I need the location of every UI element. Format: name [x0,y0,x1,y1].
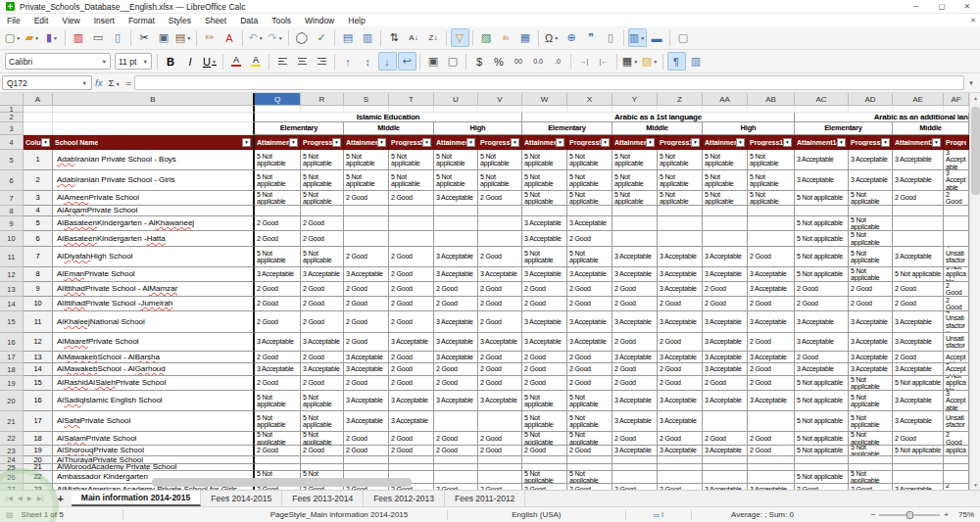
align-top-icon[interactable]: ↑ [339,52,358,71]
rating-cell[interactable]: 5 Not applicable [849,191,893,206]
sort-ascending-icon[interactable]: A↓ [405,28,423,47]
rating-cell[interactable]: 3 Acceptable [658,247,703,267]
rating-cell[interactable]: 5 Not applicable [748,150,795,170]
rating-cell[interactable]: 2 Good [567,484,612,490]
formula-input[interactable] [134,75,964,90]
rating-cell[interactable]: 2 Good [748,376,795,391]
rating-cell[interactable]: 5 Not applicable [478,150,522,170]
rating-cell[interactable]: 5 Not applicable [434,150,478,170]
rating-cell[interactable]: 2 Good [567,363,612,376]
rating-cell[interactable]: 3 Acceptable [658,411,703,432]
school-number-cell[interactable]: 12 [24,333,53,352]
rating-cell[interactable] [389,231,434,247]
language-label[interactable]: English (USA) [512,510,561,519]
school-name-cell[interactable]: Al Arqam Private School [53,206,255,216]
school-number-cell[interactable]: 14 [24,363,53,376]
rating-cell[interactable]: 3 Acceptable [748,311,795,333]
menu-item-sheet[interactable]: Sheet [198,14,233,26]
cell-AE1[interactable] [893,106,944,113]
rating-cell[interactable]: 5 Not applicable [703,150,748,170]
menu-item-format[interactable]: Format [122,14,162,26]
rating-cell[interactable]: 3 Acceptable [795,363,849,376]
school-name-cell[interactable]: Al Diyafah High School [53,247,255,267]
cell-AA1[interactable] [703,106,748,113]
rating-cell[interactable]: 2 Good [567,282,612,297]
rating-cell[interactable]: 5 Not applicable [795,391,849,411]
rating-cell[interactable]: 2 Good [748,333,795,352]
rating-cell[interactable]: 2 Good [478,432,522,446]
rating-cell[interactable] [434,411,478,432]
rating-cell[interactable]: 3 Acceptable [893,363,944,376]
rating-cell[interactable]: 5 Not applicable [849,391,893,411]
rating-cell[interactable]: 5 Not applicable [301,150,344,170]
school-number-cell[interactable]: 22 [24,471,53,484]
school-number-cell[interactable]: 19 [24,446,53,456]
rating-cell[interactable]: 5 Not applicable [612,170,658,191]
zoom-out-icon[interactable]: − [871,510,876,519]
filter-header-X[interactable]: Progress9▼ [567,135,612,150]
rating-cell[interactable] [748,206,795,216]
number-format-icon[interactable]: 00 [510,52,528,71]
menu-item-styles[interactable]: Styles [162,14,198,26]
rating-cell[interactable]: 2 Good [612,432,658,446]
cell-X1[interactable] [567,106,612,113]
rating-cell[interactable]: 5 Not applicable [522,191,567,206]
rating-cell[interactable]: 2 Good [748,297,795,311]
redo-icon[interactable]: ↷▼ [267,28,285,47]
column-header-Q[interactable]: Q [255,93,301,106]
rating-cell[interactable] [658,216,703,231]
rating-cell[interactable]: 2 Good [849,282,893,297]
rating-cell[interactable]: 3 Acceptable [703,247,748,267]
sheet-tab-fees-2011-2012[interactable]: Fees 2011-2012 [445,491,525,506]
rating-cell[interactable]: 2 Good [849,297,893,311]
column-header-V[interactable]: V [478,93,522,106]
school-number-cell[interactable]: 4 [24,206,53,216]
rating-cell[interactable]: 5 Not applicable [795,446,849,456]
rating-cell[interactable]: 2 Good [522,446,567,456]
rating-cell[interactable] [434,464,478,471]
row-header-27[interactable]: 27 [0,484,24,490]
rating-cell[interactable]: 2 Good [301,231,344,247]
freeze-panes-icon[interactable]: ▥▼ [628,28,647,47]
rating-cell[interactable]: 2 Good [944,191,969,206]
rating-cell[interactable]: 2 Good [567,231,612,247]
rating-cell[interactable]: 3 Acceptable [703,446,748,456]
rating-cell[interactable] [893,216,944,231]
cell-Z1[interactable] [658,106,703,113]
rating-cell[interactable]: 3 Acceptable [658,352,703,363]
rating-cell[interactable] [344,464,389,471]
row-header-4[interactable]: 4 [0,135,24,150]
rating-cell[interactable]: 2 Good [522,376,567,391]
rating-cell[interactable]: 3 Acceptable [703,352,748,363]
rating-cell[interactable]: 2 Good [389,363,434,376]
sheet-tab-fees-2014-2015[interactable]: Fees 2014-2015 [201,491,282,506]
school-number-cell[interactable]: 7 [24,247,53,267]
rating-cell[interactable] [522,464,567,471]
rating-cell[interactable]: 2 Good [522,282,567,297]
school-name-cell[interactable]: Adab Iranian Private School - Girls [53,170,255,191]
rating-cell[interactable] [849,206,893,216]
filter-header-R[interactable]: Progress▼ [301,135,344,150]
rating-cell[interactable]: 3 Acceptable [795,150,849,170]
rating-cell[interactable]: 2 Good [893,282,944,297]
rating-cell[interactable] [795,456,849,464]
row-header-10[interactable]: 10 [0,231,24,247]
rating-cell[interactable]: 2 Good [344,282,389,297]
rating-cell[interactable]: 3 Acceptable [612,352,658,363]
school-name-cell[interactable]: Al Basateen Kindergarten - Al Khawaneej [53,216,255,231]
column-header-W[interactable]: W [522,93,567,106]
rating-cell[interactable]: 5 Not applicable [434,170,478,191]
rating-cell[interactable]: 5 Not applicable [795,471,849,484]
school-name-cell[interactable]: Al Mawakeb School - Al Barsha [53,352,255,363]
school-name-cell[interactable]: Al Basateen Kindergarten - Hatta [53,231,255,247]
rating-cell[interactable]: 5 Not applicable [522,170,567,191]
filter-header-W[interactable]: Attainment8▼ [522,135,567,150]
school-number-cell[interactable]: 13 [24,352,53,363]
rating-cell[interactable] [478,464,522,471]
column-header-X[interactable]: X [567,93,612,106]
rating-cell[interactable] [612,231,658,247]
rating-cell[interactable]: 5 Not applicable [522,391,567,411]
column-header-AB[interactable]: AB [748,93,795,106]
rating-cell[interactable]: 2 Good [255,216,301,231]
rating-cell[interactable] [567,206,612,216]
